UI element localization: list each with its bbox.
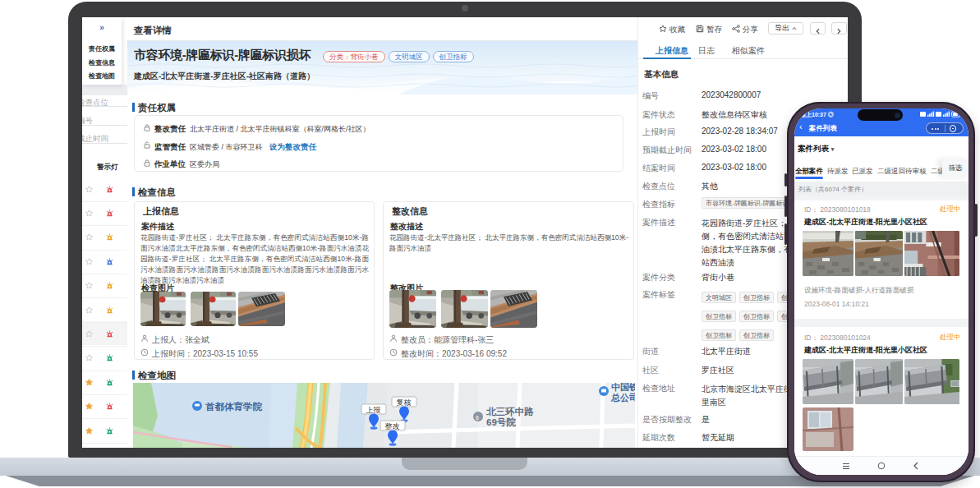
- svg-text:中国铁: 中国铁: [611, 383, 635, 392]
- svg-text:上报: 上报: [366, 406, 381, 414]
- svg-text:复核: 复核: [397, 398, 412, 407]
- svg-text:首都体育学院: 首都体育学院: [205, 401, 263, 412]
- svg-text:总公司: 总公司: [610, 393, 635, 403]
- svg-text:6: 6: [476, 415, 479, 421]
- svg-text:整改: 整改: [385, 422, 400, 430]
- svg-text:69号院: 69号院: [486, 417, 516, 427]
- svg-text:北三环中路: 北三环中路: [485, 407, 534, 417]
